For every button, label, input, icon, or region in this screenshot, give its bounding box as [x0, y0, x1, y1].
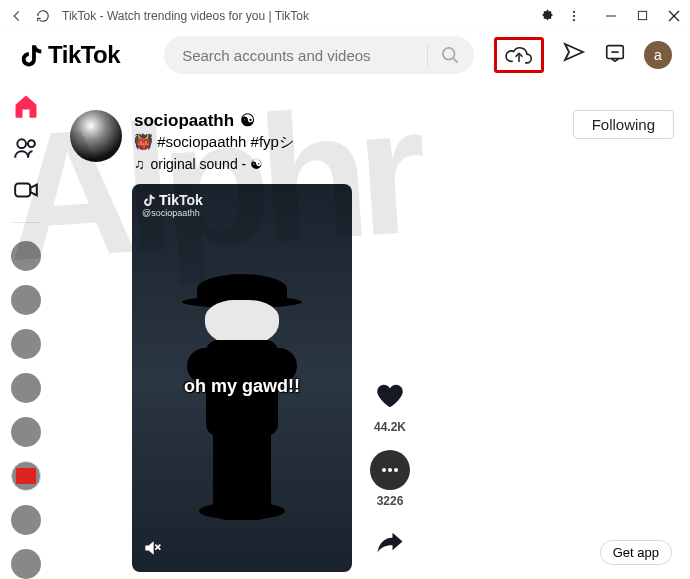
yin-yang-icon: ☯ — [240, 110, 255, 131]
messages-icon[interactable] — [562, 41, 586, 69]
author-avatar[interactable] — [70, 110, 122, 162]
sound-name: original sound - ☯ — [151, 156, 264, 172]
svg-point-1 — [573, 14, 575, 16]
video-player[interactable]: TikTok @sociopaathh oh my gawd!! — [132, 184, 352, 572]
suggested-avatar[interactable] — [11, 373, 41, 403]
tiktok-logo[interactable]: TikTok — [18, 41, 120, 69]
suggested-avatar[interactable] — [11, 549, 41, 579]
feed-post: sociopaathh ☯ 👹 #sociopaathh #fypシ ♫ ori… — [70, 110, 674, 572]
music-note-icon: ♫ — [134, 156, 145, 172]
inbox-icon[interactable] — [604, 42, 626, 68]
extensions-icon[interactable] — [540, 8, 555, 23]
svg-rect-13 — [15, 184, 30, 197]
svg-point-7 — [443, 48, 455, 60]
svg-point-2 — [573, 18, 575, 20]
like-button[interactable] — [370, 376, 410, 416]
maximize-icon[interactable] — [637, 10, 648, 21]
profile-avatar[interactable]: a — [644, 41, 672, 69]
comment-button[interactable] — [370, 450, 410, 490]
video-overlay-text: oh my gawd!! — [132, 376, 352, 397]
close-icon[interactable] — [668, 10, 680, 22]
action-bar: 44.2K 3226 — [370, 376, 410, 572]
page-title: TikTok - Watch trending videos for you |… — [62, 9, 528, 23]
search-box[interactable] — [164, 36, 474, 74]
search-icon[interactable] — [436, 45, 464, 65]
minimize-icon[interactable] — [605, 10, 617, 22]
svg-point-11 — [17, 139, 26, 148]
suggested-avatar[interactable] — [11, 505, 41, 535]
mute-icon[interactable] — [142, 538, 162, 562]
svg-line-8 — [453, 58, 457, 62]
menu-icon[interactable] — [567, 9, 581, 23]
back-icon[interactable] — [10, 9, 24, 23]
following-icon[interactable] — [12, 134, 40, 162]
suggested-avatar[interactable] — [11, 417, 41, 447]
home-icon[interactable] — [12, 92, 40, 120]
author-username[interactable]: sociopaathh ☯ — [134, 110, 255, 131]
browser-chrome: TikTok - Watch trending videos for you |… — [0, 0, 690, 32]
like-count: 44.2K — [374, 420, 406, 434]
post-caption: 👹 #sociopaathh #fypシ — [134, 133, 561, 152]
search-divider — [427, 44, 428, 66]
suggested-avatar[interactable] — [11, 329, 41, 359]
comment-count: 3226 — [377, 494, 404, 508]
suggested-avatar[interactable] — [11, 461, 41, 491]
suggested-avatar[interactable] — [11, 285, 41, 315]
tiktok-note-icon — [18, 42, 44, 68]
follow-button[interactable]: Following — [573, 110, 674, 139]
sidebar-divider — [12, 222, 40, 223]
svg-rect-4 — [638, 11, 646, 19]
svg-point-17 — [388, 468, 392, 472]
cloud-upload-icon — [505, 44, 533, 66]
video-watermark: TikTok @sociopaathh — [142, 192, 203, 218]
share-button[interactable] — [370, 524, 410, 564]
search-input[interactable] — [182, 47, 419, 64]
svg-point-0 — [573, 10, 575, 12]
reload-icon[interactable] — [36, 9, 50, 23]
live-icon[interactable] — [12, 176, 40, 204]
svg-point-12 — [28, 140, 35, 147]
topbar: TikTok a — [0, 32, 690, 78]
logo-text: TikTok — [48, 41, 120, 69]
svg-point-16 — [382, 468, 386, 472]
get-app-button[interactable]: Get app — [600, 540, 672, 565]
suggested-avatar[interactable] — [11, 241, 41, 271]
sound-row[interactable]: ♫ original sound - ☯ — [134, 156, 561, 172]
svg-point-18 — [394, 468, 398, 472]
upload-button[interactable] — [494, 37, 544, 73]
sidebar — [0, 86, 52, 579]
